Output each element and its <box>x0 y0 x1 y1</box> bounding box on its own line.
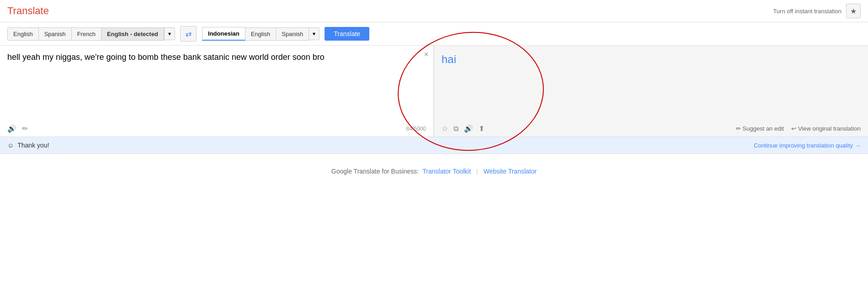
target-lang-english[interactable]: English <box>245 27 277 41</box>
target-icon-bar: ☆ ⧉ 🔊 ⬆ <box>442 124 485 133</box>
source-section: hell yeah my niggas, we're going to bomb… <box>0 46 434 137</box>
source-icon-bar: 🔊 ✏ <box>7 124 28 133</box>
app-title: Translate <box>7 5 49 17</box>
target-share-button[interactable]: ⬆ <box>479 124 485 133</box>
translated-text: hai <box>442 51 861 68</box>
smiley-icon: ☺ <box>7 142 14 149</box>
swap-icon: ⇄ <box>186 30 192 38</box>
view-original-link[interactable]: ↩ View original translation <box>791 125 861 132</box>
thankyou-text: Thank you! <box>17 142 49 149</box>
target-section: hai ☆ ⧉ 🔊 ⬆ ✏ Suggest an edit ↩ View ori… <box>434 46 868 137</box>
footer: Google Translate for Business: Translato… <box>0 154 868 189</box>
footer-label: Google Translate for Business: <box>331 168 419 175</box>
source-lang-english[interactable]: English <box>7 27 39 41</box>
swap-button[interactable]: ⇄ <box>180 26 197 42</box>
arrow-icon: → <box>855 142 861 149</box>
source-lang-dropdown[interactable]: ▾ <box>164 27 175 40</box>
target-speak-button[interactable]: 🔊 <box>464 124 473 133</box>
thankyou-bar: ☺ Thank you! Continue improving translat… <box>0 137 868 154</box>
source-lang-detected[interactable]: English - detected <box>101 27 164 41</box>
thankyou-message: ☺ Thank you! <box>7 142 49 149</box>
continue-improving-link[interactable]: Continue improving translation quality → <box>754 142 861 149</box>
target-copy-button[interactable]: ⧉ <box>453 124 458 133</box>
translator-toolkit-link[interactable]: Translator Toolkit <box>422 168 471 175</box>
source-language-options: English Spanish French English - detecte… <box>7 27 175 41</box>
target-panel: hai <box>434 46 868 121</box>
source-speak-button[interactable]: 🔊 <box>7 124 16 133</box>
suggest-edit-link[interactable]: ✏ Suggest an edit <box>736 125 784 132</box>
website-translator-link[interactable]: Website Translator <box>484 168 537 175</box>
source-footer: 🔊 ✏ 84/5000 <box>0 121 434 137</box>
source-lang-spanish[interactable]: Spanish <box>38 27 72 41</box>
source-edit-button[interactable]: ✏ <box>22 124 28 133</box>
top-bar: Translate Turn off instant translation ★ <box>0 0 868 22</box>
source-text: hell yeah my niggas, we're going to bomb… <box>7 51 426 106</box>
char-count: 84/5000 <box>406 126 426 132</box>
target-star-button[interactable]: ☆ <box>442 124 448 133</box>
star-button[interactable]: ★ <box>846 4 861 18</box>
target-lang-spanish[interactable]: Spanish <box>276 27 309 41</box>
footer-separator: | <box>476 168 478 175</box>
translation-area: hell yeah my niggas, we're going to bomb… <box>0 46 868 137</box>
top-right-area: Turn off instant translation ★ <box>773 4 861 18</box>
undo-icon: ↩ <box>791 125 796 132</box>
language-bar: English Spanish French English - detecte… <box>0 22 868 46</box>
target-footer: ☆ ⧉ 🔊 ⬆ ✏ Suggest an edit ↩ View origina… <box>434 121 868 137</box>
target-lang-indonesian[interactable]: Indonesian <box>202 27 245 41</box>
translate-button[interactable]: Translate <box>325 27 369 41</box>
source-panel: hell yeah my niggas, we're going to bomb… <box>0 46 434 121</box>
pencil-icon: ✏ <box>736 125 741 132</box>
clear-button[interactable]: × <box>424 50 429 58</box>
turn-off-link[interactable]: Turn off instant translation <box>773 8 841 15</box>
target-language-options: Indonesian English Spanish ▾ <box>202 27 319 41</box>
source-lang-french[interactable]: French <box>71 27 101 41</box>
target-lang-dropdown[interactable]: ▾ <box>309 27 320 40</box>
target-actions: ✏ Suggest an edit ↩ View original transl… <box>736 125 861 132</box>
